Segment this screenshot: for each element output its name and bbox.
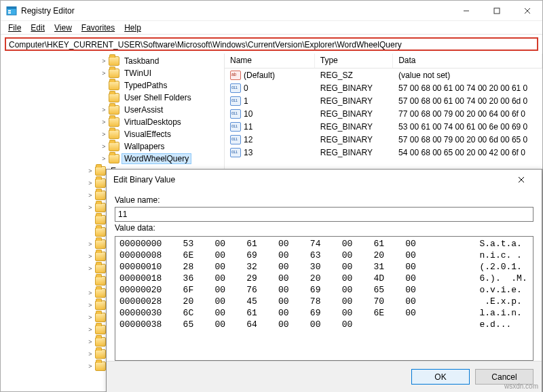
valuename-input[interactable]	[115, 207, 533, 222]
tree-item[interactable]: >UserAssist	[1, 104, 224, 116]
minimize-button[interactable]	[451, 1, 481, 21]
tree-item-label: UserAssist	[122, 105, 165, 115]
folder-icon	[109, 68, 119, 78]
list-row[interactable]: 13REG_BINARY54 00 68 00 65 00 20 00 42 0…	[225, 146, 542, 159]
ok-button[interactable]: OK	[411, 369, 470, 385]
regedit-window: Registry Editor File Edit View Favorites…	[0, 0, 543, 392]
tree-item[interactable]: >VisualEffects	[1, 128, 224, 140]
tree-caret-icon[interactable]: >	[100, 106, 108, 113]
list-header[interactable]: Name Type Data	[225, 54, 542, 68]
folder-icon	[109, 142, 119, 151]
valuedata-hex-editor[interactable]: 00000000 53 00 61 00 74 00 61 00 S.a.t.a…	[115, 236, 533, 361]
list-row[interactable]: 0REG_BINARY57 00 68 00 61 00 74 00 20 00…	[225, 81, 542, 94]
value-icon	[230, 148, 241, 157]
close-button[interactable]	[512, 1, 542, 21]
folder-icon	[95, 325, 106, 334]
tree-caret-icon[interactable]: >	[100, 155, 108, 162]
list-row[interactable]: (Default)REG_SZ(value not set)	[225, 68, 542, 81]
maximize-button[interactable]	[481, 1, 512, 21]
list-row[interactable]: 10REG_BINARY77 00 68 00 79 00 20 00 64 0…	[225, 107, 542, 120]
tree-caret-icon[interactable]: >	[86, 302, 94, 309]
tree-caret-icon[interactable]: >	[86, 326, 94, 333]
tree-item[interactable]: >TWinUI	[1, 67, 224, 79]
folder-icon	[95, 264, 106, 273]
svg-rect-2	[8, 10, 11, 12]
tree-item-label: TypedPaths	[122, 81, 169, 90]
tree-caret-icon[interactable]: >	[86, 290, 94, 296]
folder-icon	[95, 215, 106, 224]
value-data: 57 00 68 00 61 00 74 00 20 00 6d 0	[393, 96, 542, 106]
menu-edit[interactable]: Edit	[26, 23, 50, 33]
edit-binary-dialog: Edit Binary Value Value name: Value data…	[106, 169, 542, 392]
tree-item-label: WordWheelQuery	[122, 154, 191, 163]
value-name: 0	[244, 83, 248, 93]
value-icon	[230, 135, 241, 144]
tree-item-label: VirtualDesktops	[122, 117, 183, 127]
folder-icon	[95, 361, 106, 371]
tree-caret-icon[interactable]: >	[86, 265, 94, 272]
menu-help[interactable]: Help	[119, 23, 146, 33]
value-type: REG_BINARY	[315, 83, 393, 93]
menu-view[interactable]: View	[50, 23, 77, 33]
address-bar[interactable]: Computer\HKEY_CURRENT_USER\Software\Micr…	[5, 37, 538, 51]
tree-caret-icon[interactable]: >	[100, 119, 108, 125]
folder-icon	[95, 276, 106, 286]
tree-caret-icon[interactable]: >	[86, 168, 94, 174]
tree-item[interactable]: >Taskband	[1, 55, 224, 67]
tree-caret-icon[interactable]: >	[86, 204, 94, 211]
tree-caret-icon[interactable]: >	[100, 143, 108, 150]
col-data[interactable]: Data	[393, 54, 542, 68]
menu-favorites[interactable]: Favorites	[77, 23, 119, 33]
tree-item-label: TWinUI	[122, 68, 153, 78]
tree-caret-icon[interactable]: >	[86, 351, 94, 357]
tree-item[interactable]: >Wallpapers	[1, 140, 224, 153]
tree-item[interactable]: >VirtualDesktops	[1, 116, 224, 128]
value-type: REG_SZ	[315, 71, 393, 80]
tree-caret-icon[interactable]: >	[86, 314, 94, 321]
value-icon	[230, 83, 241, 93]
col-type[interactable]: Type	[315, 54, 393, 68]
tree-caret-icon[interactable]: >	[86, 253, 94, 260]
tree-caret-icon[interactable]: >	[86, 180, 94, 187]
tree-item-label: Wallpapers	[122, 142, 167, 151]
tree-caret-icon[interactable]: >	[100, 58, 108, 64]
tree-item[interactable]: >WordWheelQuery	[1, 153, 224, 165]
list-row[interactable]: 11REG_BINARY53 00 61 00 74 00 61 00 6e 0…	[225, 120, 542, 133]
tree-caret-icon[interactable]: >	[86, 363, 94, 370]
dialog-titlebar: Edit Binary Value	[107, 170, 542, 190]
svg-rect-1	[7, 7, 16, 9]
dialog-button-row: OK Cancel	[107, 361, 542, 392]
tree-item-label: VisualEffects	[122, 130, 173, 139]
value-icon	[230, 109, 241, 119]
value-data: 77 00 68 00 79 00 20 00 64 00 6f 0	[393, 109, 542, 119]
col-name[interactable]: Name	[225, 54, 315, 68]
value-data: 53 00 61 00 74 00 61 00 6e 00 69 0	[393, 122, 542, 132]
folder-icon	[95, 203, 106, 212]
value-data: 54 00 68 00 65 00 20 00 42 00 6f 0	[393, 148, 542, 157]
folder-icon	[109, 154, 119, 163]
list-row[interactable]: 1REG_BINARY57 00 68 00 61 00 74 00 20 00…	[225, 94, 542, 107]
folder-icon	[95, 178, 106, 188]
value-icon	[230, 96, 241, 106]
tree-item[interactable]: TypedPaths	[1, 79, 224, 92]
tree-item[interactable]: User Shell Folders	[1, 92, 224, 104]
list-rows[interactable]: (Default)REG_SZ(value not set)0REG_BINAR…	[225, 68, 542, 159]
dialog-title: Edit Binary Value	[113, 175, 175, 184]
value-type: REG_BINARY	[315, 135, 393, 144]
folder-icon	[95, 337, 106, 347]
tree-caret-icon[interactable]: >	[86, 338, 94, 345]
folder-icon	[95, 166, 106, 176]
value-name: 11	[244, 122, 252, 132]
tree-caret-icon[interactable]: >	[86, 192, 94, 199]
folder-icon	[95, 252, 106, 261]
tree-caret-icon[interactable]: >	[100, 131, 108, 138]
list-row[interactable]: 12REG_BINARY57 00 68 00 79 00 20 00 6d 0…	[225, 133, 542, 146]
value-name: 13	[244, 148, 252, 157]
tree-caret-icon[interactable]: >	[100, 70, 108, 77]
menubar: File Edit View Favorites Help	[1, 21, 542, 35]
value-name: 12	[244, 135, 252, 144]
tree-caret-icon[interactable]: >	[86, 241, 94, 248]
folder-icon	[109, 56, 119, 66]
dialog-close-button[interactable]	[508, 170, 535, 190]
menu-file[interactable]: File	[3, 23, 26, 33]
